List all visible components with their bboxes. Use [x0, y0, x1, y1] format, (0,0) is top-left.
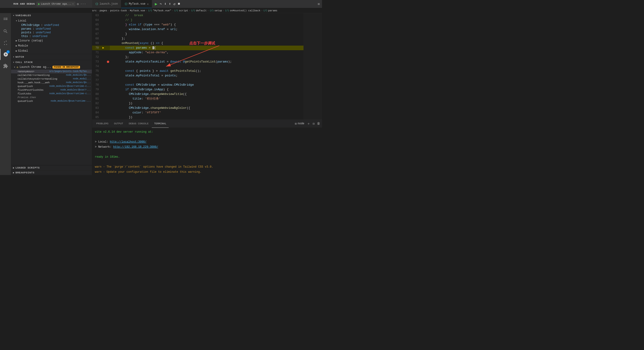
settings-icon[interactable]: ⚙ [77, 2, 79, 6]
breadcrumb-mytask-vue[interactable]: MyTask.vue [130, 9, 145, 12]
debug-stop-button[interactable]: ■ [178, 2, 180, 6]
var-group-local[interactable]: ▾ Local [11, 18, 92, 23]
callstack-caret-icon: ▾ [13, 61, 14, 64]
var-val-points: undefined [36, 31, 51, 34]
breadcrumb-onmounted[interactable]: onMounted() callback [230, 9, 260, 12]
debug-restart-button[interactable]: ↺ [173, 2, 176, 6]
variables-label: VARIABLES [16, 14, 31, 17]
tab-launch-json[interactable]: {} launch.json [92, 0, 121, 8]
activity-search[interactable] [0, 26, 11, 37]
line-code-71: appCode: "wise-derma", [110, 50, 304, 55]
terminal-icon: ⊞ [295, 122, 296, 126]
line-num-63: 63 [92, 13, 102, 18]
debug-step-out-button[interactable]: ⬆ [169, 2, 171, 6]
tab-mytask-vue[interactable]: {} MyTask.vue ✕ [121, 0, 152, 8]
launch-config-selector[interactable]: ▶ Launch Chrome aga... ▾ [36, 2, 76, 6]
breadcrumb-setup[interactable]: setup [214, 9, 222, 12]
tab-terminal[interactable]: TERMINAL [152, 120, 169, 128]
callstack-frame-7[interactable]: Promise.then [11, 96, 92, 99]
code-line-82: 82 }) [92, 101, 304, 106]
debug-continue-button[interactable]: ▶ [155, 2, 157, 7]
terminal-kill-icon[interactable]: 🗑 [317, 122, 320, 125]
local-caret-icon: ▾ [16, 20, 17, 22]
activity-run-debug[interactable]: 1 [0, 49, 11, 60]
breadcrumb-script[interactable]: script [179, 9, 188, 12]
terminal-add-icon[interactable]: ＋ [307, 121, 310, 126]
tab-problems[interactable]: PROBLEMS [94, 120, 111, 128]
more-options-icon[interactable]: ··· [80, 2, 86, 6]
var-item-points: points : undefined [11, 31, 92, 35]
closure-label: Closure (setup) [18, 39, 43, 42]
module-label: Module [18, 44, 28, 48]
breakpoints-label: BREAKPOINTS [16, 171, 34, 174]
callstack-thread[interactable]: ▾ ⚙ Launch Chrome ag... PAUSED ON BREAKP… [11, 65, 92, 70]
var-name-this: this [21, 35, 28, 38]
callstack-frame-8[interactable]: queueFlush node_modules/@vue/runtime-... [11, 99, 92, 103]
line-code-63: // break [110, 13, 304, 18]
tab-mytask-vue-label: MyTask.vue [129, 2, 146, 6]
debug-arrow-70: ▶ [102, 46, 106, 50]
breadcrumb-params[interactable]: params [268, 9, 277, 12]
terminal-split-icon[interactable]: ⊟ [313, 122, 314, 126]
frame-file-4: node_modules/@vue/runtime-c... [49, 85, 91, 88]
terminal-content[interactable]: vite v2.6.14 dev server running at: > Lo… [92, 128, 322, 175]
callstack-frame-1[interactable]: callWithErrorHandling node_modules/@v... [11, 73, 92, 77]
breadcrumb-setup-icon: ⟨/⟩ [210, 9, 214, 12]
line-num-73: 73 [92, 60, 102, 64]
module-caret-icon: ▶ [16, 45, 17, 47]
code-line-70: 70 ▶ const params = { [92, 46, 304, 50]
terminal-line-2 [95, 135, 319, 140]
tab-debug-console[interactable]: DEBUG CONSOLE [126, 120, 151, 128]
callstack-frame-0[interactable]: <anonymous> src/pages/points-task/MyTas.… [11, 70, 92, 73]
breadcrumb-src[interactable]: src [92, 9, 97, 12]
activity-extensions[interactable] [0, 60, 11, 72]
var-val-cmvjsbridge: undefined [44, 24, 59, 27]
breadcrumb-default[interactable]: default [196, 9, 206, 12]
side-panel: ▾ VARIABLES ▾ Local CMVJsBridge : [11, 13, 92, 175]
breadcrumb-points-task[interactable]: points-task [110, 9, 127, 12]
code-editor[interactable]: 63 // break 64 // } [92, 13, 322, 119]
var-group-module[interactable]: ▶ Module [11, 43, 92, 48]
watch-label: WATCH [16, 56, 24, 58]
line-code-72: }; [110, 55, 304, 60]
activity-source-control[interactable] [0, 37, 11, 48]
debug-step-over-button[interactable]: ↷ [160, 2, 162, 6]
code-line-68: 68 }; [92, 36, 304, 41]
callstack-frame-6[interactable]: flushJobs node_modules/@vue/runtime-c... [11, 92, 92, 96]
tab-output[interactable]: OUTPUT [112, 120, 126, 128]
line-num-74: 74 [92, 64, 102, 69]
var-group-global[interactable]: ▶ Global [11, 48, 92, 54]
var-item-params: params : undefined [11, 27, 92, 31]
line-code-79: if (CMVJsBridge.inApp) { [110, 87, 304, 92]
breakpoints-header[interactable]: ▶ BREAKPOINTS [11, 170, 92, 175]
breadcrumb-vue-component-icon: ⟨/⟩ [148, 9, 152, 12]
breadcrumb-pages[interactable]: pages [100, 9, 107, 12]
code-line-69: 69 onMounted(async () => { [92, 41, 304, 46]
code-line-66: 66 window.location.href = url; [92, 27, 304, 32]
activity-explorer[interactable] [0, 14, 11, 25]
code-line-65: 65 } else if (type === "web") { [92, 23, 304, 27]
callstack-header[interactable]: ▾ CALL STACK [11, 60, 92, 65]
callstack-frame-2[interactable]: callWithAsyncErrorHandling node_modul... [11, 77, 92, 81]
breadcrumb-component-name[interactable]: "MyTask.vue" [153, 9, 171, 12]
line-code-82: }) [110, 101, 304, 106]
callstack-frame-4[interactable]: queueFlush node_modules/@vue/runtime-c..… [11, 85, 92, 88]
line-code-69: onMounted(async () => { [110, 41, 304, 46]
loaded-scripts-label: LOADED SCRIPTS [16, 166, 40, 169]
callstack-frame-3[interactable]: hook.__weh.hook.__weh node_modules/@v... [11, 81, 92, 85]
loaded-scripts-header[interactable]: ▶ LOADED SCRIPTS [11, 166, 92, 170]
variables-caret-icon: ▾ [13, 14, 14, 17]
frame-file-8: node_modules/@vue/runtime-... [51, 100, 91, 103]
line-code-75: const { points } = await getPointsTotal(… [110, 69, 304, 73]
debug-step-into-button[interactable]: ⬇ [164, 2, 166, 6]
breadcrumb-sep-7: › [207, 9, 209, 12]
tab-close-icon[interactable]: ✕ [147, 3, 149, 6]
thread-caret-icon: ▾ [14, 66, 15, 69]
callstack-frame-5[interactable]: flushPostFlushCbs node_modules/@vue/r... [11, 88, 92, 92]
watch-header[interactable]: ▾ WATCH [11, 55, 92, 59]
variables-header[interactable]: ▾ VARIABLES [11, 13, 92, 18]
frame-name-6: flushJobs [18, 92, 31, 95]
variables-section: ▾ VARIABLES ▾ Local CMVJsBridge : [11, 13, 92, 54]
var-group-closure[interactable]: ▶ Closure (setup) [11, 38, 92, 43]
layout-toggle-icon[interactable]: ⊞ [318, 0, 320, 8]
